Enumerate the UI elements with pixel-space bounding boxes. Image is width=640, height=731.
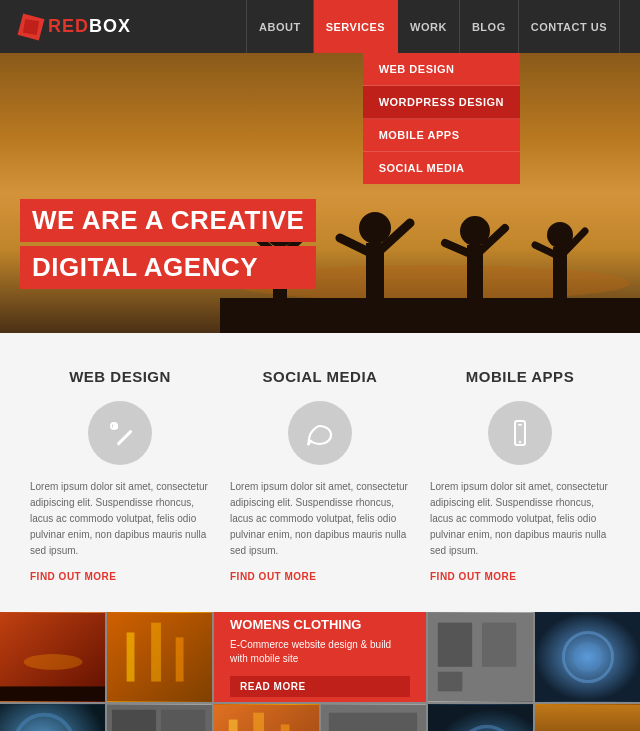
header: REDBOX ABOUT SERVICES WORK BLOG CONTACT …: [0, 0, 640, 53]
svg-rect-57: [329, 713, 417, 731]
svg-rect-53: [229, 720, 238, 731]
nav-work[interactable]: WORK: [398, 0, 460, 53]
service-web-link[interactable]: FIND OUT MORE: [30, 571, 210, 582]
logo-text: REDBOX: [48, 16, 131, 37]
dropdown-social-media[interactable]: SOCIAL MEDIA: [363, 152, 520, 184]
svg-rect-13: [377, 301, 386, 333]
svg-rect-55: [281, 724, 290, 731]
portfolio-cell-3[interactable]: [428, 612, 533, 702]
service-mobile-desc: Lorem ipsum dolor sit amet, consectetur …: [430, 479, 610, 559]
svg-rect-18: [465, 301, 473, 331]
service-social-media: SOCIAL MEDIA Lorem ipsum dolor sit amet,…: [230, 368, 410, 582]
service-mobile-link[interactable]: FIND OUT MORE: [430, 571, 610, 582]
portfolio-cell-4[interactable]: [535, 612, 640, 702]
portfolio-featured: WOMENS CLOTHING E-Commerce website desig…: [214, 612, 426, 702]
portfolio-cell-2[interactable]: [107, 612, 212, 702]
hero-line2: DIGITAL AGENCY: [20, 246, 316, 289]
svg-rect-46: [0, 705, 105, 731]
service-mobile-apps: MOBILE APPS Lorem ipsum dolor sit amet, …: [430, 368, 610, 582]
svg-rect-62: [535, 705, 640, 731]
svg-rect-25: [562, 301, 569, 329]
svg-rect-41: [482, 623, 516, 667]
service-mobile-icon: [488, 401, 552, 465]
dropdown-mobile-apps[interactable]: MOBILE APPS: [363, 119, 520, 152]
dropdown-wordpress[interactable]: WORDPRESS DESIGN: [363, 86, 520, 119]
portfolio-cell-6[interactable]: [107, 704, 212, 731]
services-section: WEB DESIGN Lorem ipsum dolor sit amet, c…: [0, 333, 640, 612]
portfolio-section: WOMENS CLOTHING E-Commerce website desig…: [0, 612, 640, 731]
svg-rect-31: [518, 424, 522, 426]
service-mobile-title: MOBILE APPS: [430, 368, 610, 385]
portfolio-cell-10[interactable]: [535, 704, 640, 731]
svg-rect-37: [151, 623, 161, 682]
service-web-title: WEB DESIGN: [30, 368, 210, 385]
featured-title: WOMENS CLOTHING: [230, 617, 410, 632]
portfolio-cell-9[interactable]: [428, 704, 533, 731]
svg-rect-24: [551, 301, 558, 329]
hero-text: WE ARE A CREATIVE DIGITAL AGENCY: [20, 199, 316, 293]
hero-section: WE ARE A CREATIVE DIGITAL AGENCY: [0, 53, 640, 333]
nav-services[interactable]: SERVICES: [314, 0, 398, 53]
svg-point-45: [573, 642, 602, 671]
svg-rect-38: [176, 637, 184, 681]
service-social-title: SOCIAL MEDIA: [230, 368, 410, 385]
main-nav: ABOUT SERVICES WORK BLOG CONTACT US: [246, 0, 620, 53]
service-social-icon: [288, 401, 352, 465]
service-social-link[interactable]: FIND OUT MORE: [230, 571, 410, 582]
svg-rect-7: [282, 301, 290, 331]
svg-rect-50: [161, 710, 205, 731]
svg-rect-49: [112, 710, 156, 731]
hero-line1: WE ARE A CREATIVE: [20, 199, 316, 242]
svg-rect-19: [477, 301, 485, 331]
svg-point-30: [519, 441, 521, 443]
logo: REDBOX: [20, 16, 131, 38]
dropdown-web-design[interactable]: WEB DESIGN: [363, 53, 520, 86]
portfolio-cell-8[interactable]: [321, 704, 426, 731]
featured-desc: E-Commerce website design & build with m…: [230, 638, 410, 666]
portfolio-cell-5[interactable]: [0, 704, 105, 731]
svg-rect-54: [253, 713, 264, 731]
service-web-icon: [88, 401, 152, 465]
logo-icon: [18, 13, 45, 40]
svg-rect-34: [0, 686, 105, 701]
services-dropdown: WEB DESIGN WORDPRESS DESIGN MOBILE APPS …: [363, 53, 520, 184]
service-social-desc: Lorem ipsum dolor sit amet, consectetur …: [230, 479, 410, 559]
svg-rect-12: [364, 301, 373, 333]
nav-contact[interactable]: CONTACT US: [519, 0, 620, 53]
svg-rect-40: [438, 623, 472, 667]
svg-point-33: [24, 654, 83, 670]
portfolio-cell-7[interactable]: [214, 704, 319, 731]
svg-rect-36: [127, 632, 135, 681]
svg-rect-42: [438, 672, 463, 692]
service-web-desc: Lorem ipsum dolor sit amet, consectetur …: [30, 479, 210, 559]
read-more-button[interactable]: READ MORE: [230, 676, 410, 697]
service-web-design: WEB DESIGN Lorem ipsum dolor sit amet, c…: [30, 368, 210, 582]
portfolio-cell-1[interactable]: [0, 612, 105, 702]
svg-rect-26: [116, 429, 132, 445]
nav-about[interactable]: ABOUT: [246, 0, 314, 53]
nav-blog[interactable]: BLOG: [460, 0, 519, 53]
svg-rect-6: [270, 301, 278, 331]
